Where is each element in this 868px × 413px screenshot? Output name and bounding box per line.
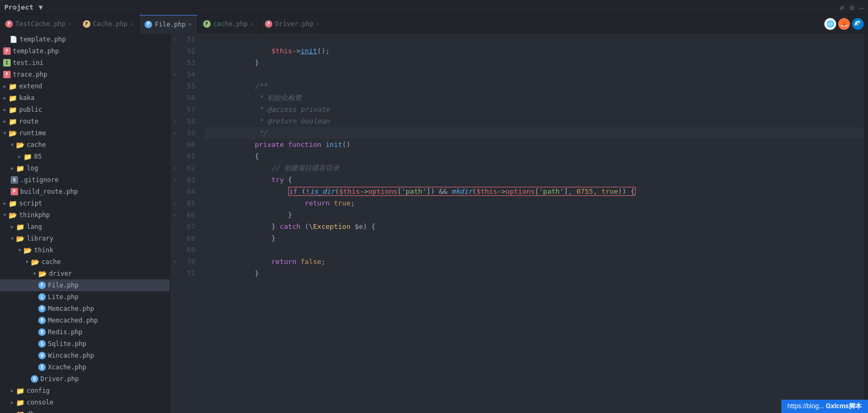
file-memcached[interactable]: M Memcached.php: [0, 315, 170, 326]
file-template[interactable]: P template.php: [0, 45, 170, 57]
firefox-icon[interactable]: 🦊: [838, 18, 850, 30]
line-51: ◇51: [170, 34, 199, 45]
litephp-icon: L: [38, 293, 46, 301]
tab-close-cache2[interactable]: ✕: [251, 21, 254, 28]
code-line-68: [205, 233, 864, 244]
folder-library-icon: 📂: [16, 235, 24, 243]
folder-lang[interactable]: ▶ 📁 lang: [0, 221, 170, 233]
folder-route[interactable]: ▶ 📁 route: [0, 115, 170, 127]
line-59: ◇59: [170, 127, 199, 139]
tab-icon-cache: P: [83, 20, 90, 28]
file-gitignore[interactable]: G .gitignore: [0, 174, 170, 186]
folder-config-icon: 📁: [16, 387, 24, 395]
folder-85[interactable]: ▶ 📁 85: [0, 151, 170, 162]
folder-think-cache-icon: 📂: [31, 258, 39, 266]
line-58: ◇58: [170, 115, 199, 127]
tab-close-file[interactable]: ✕: [188, 21, 192, 28]
line-54: ◇54: [170, 69, 199, 80]
code-line-56: * @access private: [205, 92, 864, 104]
file-xcache[interactable]: X Xcache.php: [0, 361, 170, 373]
tab-icon-cache2: P: [203, 20, 211, 28]
line-65: ◇65: [170, 197, 199, 209]
folder-db[interactable]: ▶ 📁 db: [0, 408, 170, 413]
wincache-icon: W: [38, 352, 46, 359]
folder-script[interactable]: ▶ 📁 script: [0, 197, 170, 209]
file-buildroute[interactable]: P build_route.php: [0, 186, 170, 197]
file-redis[interactable]: R Redis.php: [0, 326, 170, 338]
buildroute-icon: P: [11, 188, 18, 195]
file-testini[interactable]: I test.ini: [0, 57, 170, 69]
toolbar-icon-2[interactable]: ⚙: [849, 3, 854, 12]
line-64: 64: [170, 186, 199, 197]
code-line-71: [205, 268, 864, 279]
tab-driver[interactable]: P Driver.php ✕: [260, 15, 326, 34]
code-line-61: // 创建项目缓存目录: [205, 151, 864, 162]
line-52: 52: [170, 45, 199, 57]
chrome-icon[interactable]: 🌐: [824, 18, 836, 30]
line-57: 57: [170, 104, 199, 115]
tab-icon-driver: P: [265, 20, 272, 28]
folder-config[interactable]: ▶ 📁 config: [0, 385, 170, 397]
tab-icon-testcache: P: [5, 20, 13, 28]
file-memcache[interactable]: M Memcache.php: [0, 303, 170, 315]
project-label: Project: [4, 3, 34, 11]
tab-label-driver: Driver.php: [275, 20, 313, 28]
edge-icon[interactable]: 🌊: [852, 18, 864, 30]
watermark: https://blog... GxIcms脚本: [781, 400, 868, 413]
folder-thinkphp[interactable]: ▼ 📂 thinkphp: [0, 209, 170, 221]
folder-runtime[interactable]: ▼ 📂 runtime: [0, 127, 170, 139]
folder-extend[interactable]: ▶ 📁 extend: [0, 80, 170, 92]
tree-item-template[interactable]: 📄 template.php: [0, 34, 170, 45]
memcached-icon: M: [38, 317, 46, 324]
folder-log[interactable]: ▶ 📁 log: [0, 162, 170, 174]
code-line-69: return false;: [205, 244, 864, 256]
line-66: ◇66: [170, 209, 199, 221]
arrow-85: ▶: [16, 154, 23, 159]
folder-kaka-icon: 📁: [9, 94, 17, 102]
expand-icon[interactable]: ▼: [39, 3, 43, 11]
driver-file-icon: D: [31, 375, 38, 383]
trace-icon: P: [3, 71, 11, 78]
file-filephp[interactable]: F File.php: [0, 279, 170, 291]
arrow-script: ▶: [1, 201, 9, 206]
tab-cache[interactable]: P Cache.php ✕: [78, 15, 140, 34]
file-driver[interactable]: D Driver.php: [0, 373, 170, 385]
folder-console[interactable]: ▶ 📁 console: [0, 397, 170, 408]
tab-close-driver[interactable]: ✕: [316, 21, 320, 28]
folder-think-cache[interactable]: ▼ 📂 cache: [0, 256, 170, 268]
line-61: 61: [170, 151, 199, 162]
tab-file[interactable]: P File.php ✕: [139, 15, 197, 34]
arrow-runtime-cache: ▼: [9, 142, 16, 147]
file-sqlite[interactable]: S Sqlite.php: [0, 338, 170, 350]
line-67: 67: [170, 221, 199, 233]
file-litephp[interactable]: L Lite.php: [0, 291, 170, 303]
tab-label-file: File.php: [155, 21, 186, 28]
tab-cache2[interactable]: P cache.php ✕: [198, 15, 260, 34]
code-line-53: [205, 57, 864, 69]
toolbar-icon-3[interactable]: —: [859, 3, 864, 12]
arrow-kaka: ▶: [1, 95, 9, 101]
code-content[interactable]: $this->init(); } /** * 初始化检查 * @access p…: [199, 34, 864, 413]
code-line-54: /**: [205, 69, 864, 80]
folder-public[interactable]: ▶ 📁 public: [0, 104, 170, 115]
folder-public-icon: 📁: [9, 106, 17, 114]
folder-think[interactable]: ▼ 📂 think: [0, 244, 170, 256]
tab-close-cache[interactable]: ✕: [130, 21, 134, 28]
tab-close-testcache[interactable]: ✕: [68, 21, 72, 28]
folder-kaka[interactable]: ▶ 📁 kaka: [0, 92, 170, 104]
folder-runtime-cache[interactable]: ▼ 📂 cache: [0, 139, 170, 151]
line-60: 60: [170, 139, 199, 151]
folder-library[interactable]: ▼ 📂 library: [0, 233, 170, 244]
line-numbers: ◇51 52 53 ◇54 55 56 57 ◇58 ◇59 60 61 ◇62…: [170, 34, 199, 413]
file-wincache[interactable]: W Wincache.php: [0, 350, 170, 361]
toolbar-icon-1[interactable]: ⇄: [840, 3, 844, 12]
tab-testcache[interactable]: P TestCache.php ✕: [0, 15, 78, 34]
minimap: [864, 34, 868, 413]
code-line-66: } catch (\Exception $e) {: [205, 209, 864, 221]
folder-driver[interactable]: ▼ 📂 driver: [0, 268, 170, 279]
file-trace[interactable]: P trace.php: [0, 69, 170, 80]
line-53: 53: [170, 57, 199, 69]
arrow-extend: ▶: [1, 84, 9, 89]
sqlite-icon: S: [38, 340, 46, 348]
sidebar: 📄 template.php P template.php I test.ini…: [0, 34, 170, 413]
